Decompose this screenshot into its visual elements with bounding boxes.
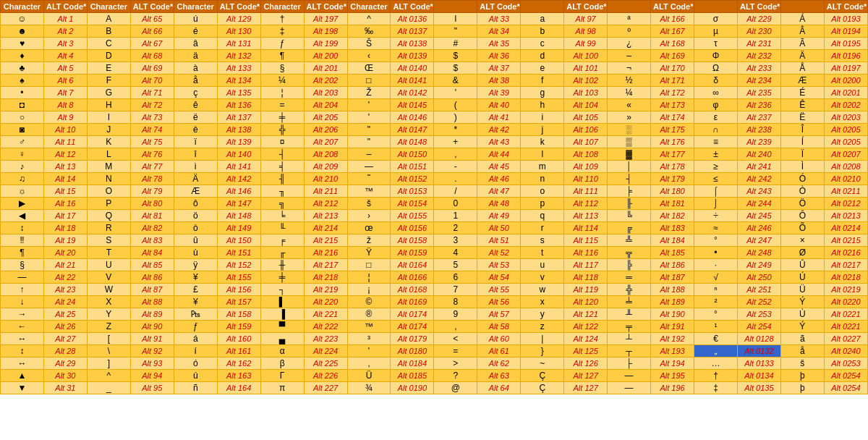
altcode-cell: Alt 0152 [391,173,434,185]
char-cell: ¥ [174,271,217,284]
char-cell: ° [694,308,738,321]
main-container: Character ALT Code* Character ALT Code* … [0,0,868,440]
altcode-cell: Alt 206 [304,124,347,136]
char-cell: ¾ [347,382,391,394]
char-cell: ♠ [1,75,44,87]
char-cell: ⌡ [694,198,738,210]
altcode-cell: Alt 38 [477,75,521,87]
char-cell: Ò [780,185,824,198]
char-cell: ñ [174,382,217,394]
altcode-cell: Alt 234 [737,75,780,87]
altcode-cell: Alt 185 [651,247,694,259]
altcode-cell: Alt 155 [217,271,260,284]
altcode-cell: Alt 1 [43,13,87,25]
char-cell: Ù [780,308,824,321]
char-cell: … [694,358,738,370]
char-cell: ♣ [1,62,44,75]
char-cell: † [694,370,738,382]
altcode-cell: Alt 2 [43,25,87,38]
altcode-cell: Alt 167 [651,25,694,38]
char-cell: ù [174,247,217,259]
altcode-cell: Alt 0159 [391,247,434,259]
altcode-cell: Alt 47 [477,185,521,198]
char-cell: ◘ [1,99,44,111]
char-cell: P [87,198,130,210]
char-cell: Q [87,210,130,222]
char-cell: K [87,136,130,148]
table-row: ▶Alt 16PAlt 80ôAlt 147╗Alt 212šAlt 01540… [1,198,868,210]
altcode-cell: Alt 183 [651,222,694,234]
char-cell: ç [174,87,217,99]
altcode-cell: Alt 244 [737,198,780,210]
altcode-cell: Alt 91 [130,333,174,345]
altcode-cell: Alt 138 [217,124,260,136]
altcode-cell: Alt 76 [130,148,174,161]
altcode-cell: Alt 0158 [391,234,434,247]
altcode-cell: Alt 174 [651,111,694,124]
altcode-cell: Alt 0156 [391,222,434,234]
altcode-cell: Alt 60 [477,333,521,345]
altcode-cell: Alt 0138 [391,38,434,50]
altcode-cell: Alt 180 [651,185,694,198]
altcode-cell: Alt 9 [43,111,87,124]
char-cell: ° [694,234,738,247]
altcode-cell: Alt 164 [217,382,260,394]
altcode-cell: Alt 0139 [391,50,434,62]
char-cell: Á [780,13,824,25]
altcode-cell: Alt 0169 [391,296,434,308]
col-header-alt1: ALT Code* [43,1,87,13]
altcode-cell: Alt 0135 [737,382,780,394]
altcode-cell: Alt 51 [477,234,521,247]
altcode-cell: Alt 0133 [737,358,780,370]
char-cell: ↑ [1,284,44,296]
char-cell: ╡ [260,161,304,173]
altcode-cell: Alt 0166 [391,271,434,284]
char-cell: H [87,99,130,111]
altcode-cell: Alt 50 [477,222,521,234]
char-cell: — [347,161,391,173]
altcode-cell: Alt 0147 [391,124,434,136]
altcode-cell: Alt 133 [217,62,260,75]
altcode-cell: Alt 0184 [391,358,434,370]
char-cell: l [521,148,564,161]
altcode-cell: Alt 23 [43,284,87,296]
altcode-cell: Alt 113 [564,210,608,222]
char-cell: " [434,25,477,38]
altcode-cell: Alt 127 [564,370,608,382]
col-header-char4: Character [260,1,304,13]
altcode-cell: Alt 105 [564,111,608,124]
char-cell: ↓ [1,296,44,308]
char-cell: > [434,358,477,370]
char-cell: 3 [434,234,477,247]
table-row: ↔Alt 27[Alt 91áAlt 160▄Alt 223³Alt 0179<… [1,333,868,345]
altcode-cell: Alt 112 [564,198,608,210]
char-cell: W [87,284,130,296]
char-cell: » [608,111,651,124]
table-row: ♠Alt 6FAlt 70åAlt 134¼Alt 202□Alt 0141&A… [1,75,868,87]
char-cell: – [347,148,391,161]
char-cell: Â [780,25,824,38]
char-cell: π [260,382,304,394]
altcode-cell: Alt 191 [651,321,694,333]
char-cell: J [87,124,130,136]
altcode-cell: Alt 0208 [824,161,867,173]
altcode-cell: Alt 253 [737,308,780,321]
altcode-cell: Alt 39 [477,87,521,99]
altcode-cell: Alt 0168 [391,284,434,296]
char-cell: ╞ [608,185,651,198]
char-cell: b [521,25,564,38]
char-cell: G [87,87,130,99]
altcode-cell: Alt 102 [564,75,608,87]
char-cell: « [608,99,651,111]
char-cell: ▄ [260,333,304,345]
altcode-cell: Alt 121 [564,308,608,321]
altcode-cell: Alt 220 [304,296,347,308]
altcode-cell: Alt 97 [564,13,608,25]
col-header-char9 [694,1,738,13]
altcode-cell: Alt 215 [304,234,347,247]
col-header-alt8: ALT Code* [651,1,694,13]
altcode-cell: Alt 48 [477,198,521,210]
altcode-cell: Alt 0227 [824,333,867,345]
char-cell: â [174,38,217,50]
char-cell: ¼ [608,87,651,99]
